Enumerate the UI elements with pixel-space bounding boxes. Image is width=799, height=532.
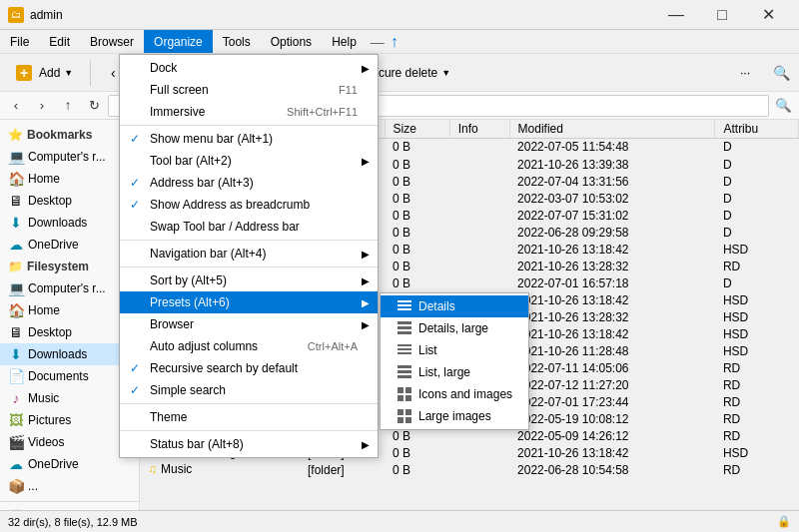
cell-attrib: D <box>715 190 799 207</box>
filesystem-label: Filesystem <box>27 260 89 273</box>
col-info[interactable]: Info <box>449 120 509 139</box>
svg-rect-20 <box>398 409 403 415</box>
addr-search-icon: 🔍 <box>775 98 792 113</box>
menu-recursivesearch[interactable]: ✓Recursive search by default <box>120 357 378 379</box>
menu-theme[interactable]: Theme <box>120 406 378 428</box>
menu-fullscreen[interactable]: Full screen F11 <box>120 79 378 101</box>
preset-details[interactable]: Details <box>381 295 528 317</box>
addr-forward-button[interactable]: › <box>30 95 54 117</box>
large-images-icon <box>397 409 412 423</box>
menu-navpanel[interactable]: ✓Navigation bar (Alt+4) ▶ <box>120 243 378 265</box>
menu-tools[interactable]: Tools <box>213 30 261 53</box>
cell-size: 0 B <box>385 461 449 478</box>
menu-swaptoolbar[interactable]: Swap Tool bar / Address bar <box>120 216 378 238</box>
col-size[interactable]: Size <box>385 120 449 139</box>
menu-browser[interactable]: Browser <box>80 30 144 53</box>
cell-size: 0 B <box>385 207 449 224</box>
menu-edit[interactable]: Edit <box>39 30 80 53</box>
menu-simplesearch[interactable]: ✓Simple search <box>120 379 378 401</box>
add-chevron: ▼ <box>64 68 73 78</box>
cell-size: 0 B <box>385 190 449 207</box>
search-button[interactable]: 🔍 <box>767 60 795 86</box>
svg-rect-10 <box>398 344 411 346</box>
close-button[interactable]: ✕ <box>745 0 791 30</box>
add-label: Add <box>39 66 60 80</box>
cell-modified: 2021-10-26 13:18:42 <box>509 291 715 308</box>
lock-icon: 🔒 <box>777 515 791 528</box>
menu-statusbar[interactable]: Status bar (Alt+8) ▶ <box>120 433 378 455</box>
menu-autoadjust[interactable]: Auto adjust columns Ctrl+Alt+A <box>120 335 378 357</box>
history-icon: 🕐 <box>8 509 24 510</box>
menu-breadcrumb[interactable]: ✓Show Address as breadcrumb <box>120 194 378 216</box>
preset-details-large[interactable]: Details, large <box>381 317 528 339</box>
menu-help[interactable]: Help <box>322 30 367 53</box>
cell-modified: 2022-06-28 10:54:58 <box>509 461 715 478</box>
sidebar-item-fs-more[interactable]: 📦 ... <box>0 475 139 497</box>
window-controls: — □ ✕ <box>653 0 791 30</box>
col-modified[interactable]: Modified <box>509 120 715 139</box>
cell-size: 0 B <box>385 156 449 173</box>
cell-modified: 2022-07-11 14:05:06 <box>509 359 715 376</box>
star-icon: ⭐ <box>8 128 23 142</box>
svg-rect-11 <box>398 348 411 350</box>
svg-rect-23 <box>405 417 411 423</box>
table-row[interactable]: ♫ Music [folder] 0 B 2022-06-28 10:54:58… <box>140 461 799 478</box>
download-icon: ⬇ <box>8 215 24 231</box>
cell-modified: 2021-10-26 13:18:42 <box>509 325 715 342</box>
minimize-button[interactable]: — <box>653 0 699 30</box>
menu-file[interactable]: File <box>0 30 39 53</box>
cell-info <box>449 173 509 190</box>
maximize-button[interactable]: □ <box>699 0 745 30</box>
preset-list[interactable]: List <box>381 339 528 361</box>
addr-back-button[interactable]: ‹ <box>4 95 28 117</box>
sidebar-item-history[interactable]: 🕐 History <box>0 506 139 510</box>
add-button[interactable]: + Add ▼ <box>4 58 82 88</box>
preset-list-large[interactable]: List, large <box>381 361 528 383</box>
cell-modified: 2022-06-28 09:29:58 <box>509 224 715 241</box>
svg-rect-9 <box>398 331 411 334</box>
toolbar-more-button[interactable]: ··· <box>731 60 759 86</box>
preset-large-images[interactable]: Large images <box>381 405 528 427</box>
cell-size: 0 B <box>385 224 449 241</box>
addr-search-button[interactable]: 🔍 <box>771 95 795 117</box>
cell-attrib: HSD <box>715 444 799 461</box>
fs-more-icon: 📦 <box>8 478 24 494</box>
menu-sep-4 <box>120 403 378 404</box>
cell-info <box>449 241 509 258</box>
cell-attrib: D <box>715 173 799 190</box>
cell-attrib: D <box>715 274 799 291</box>
addr-up-button[interactable]: ↑ <box>56 95 80 117</box>
search-icon: 🔍 <box>773 65 790 81</box>
preset-icons-images[interactable]: Icons and images <box>381 383 528 405</box>
svg-rect-16 <box>398 387 403 393</box>
menu-toolbar[interactable]: Tool bar (Alt+2) ▶ <box>120 150 378 172</box>
menu-dock[interactable]: Dock ▶ <box>120 57 378 79</box>
cell-attrib: HSD <box>715 308 799 325</box>
svg-rect-19 <box>405 395 411 401</box>
menu-organize[interactable]: Organize <box>144 30 213 53</box>
sidebar-item-label: ... <box>28 479 38 493</box>
cell-size: 0 B <box>385 241 449 258</box>
sidebar-item-label: Computer's r... <box>28 150 106 164</box>
menu-presets[interactable]: Presets (Alt+6) ▶ <box>120 291 378 313</box>
addr-refresh-button[interactable]: ↻ <box>82 95 106 117</box>
details-large-icon <box>397 321 412 335</box>
menu-addressbar[interactable]: ✓Address bar (Alt+3) <box>120 172 378 194</box>
menu-immersive[interactable]: Immersive Shift+Ctrl+F11 <box>120 101 378 123</box>
svg-text:+: + <box>20 65 28 81</box>
menu-sep-5 <box>120 430 378 431</box>
cell-attrib: D <box>715 139 799 157</box>
cell-modified: 2021-10-26 13:28:32 <box>509 308 715 325</box>
menu-browser[interactable]: Browser ▶ <box>120 313 378 335</box>
list-large-icon <box>397 365 412 379</box>
cell-modified: 2022-07-01 17:23:44 <box>509 393 715 410</box>
menu-sortby[interactable]: Sort by (Alt+5) ▶ <box>120 269 378 291</box>
fs-documents-icon: 📄 <box>8 368 24 384</box>
menu-bar: File Edit Browser Organize Tools Options… <box>0 30 799 54</box>
cell-attrib: RD <box>715 427 799 444</box>
cell-modified: 2022-07-04 13:31:56 <box>509 173 715 190</box>
title-bar: 🗂 admin — □ ✕ <box>0 0 799 30</box>
col-attrib[interactable]: Attribu <box>715 120 799 139</box>
menu-showmenubar[interactable]: ✓Show menu bar (Alt+1) <box>120 128 378 150</box>
menu-options[interactable]: Options <box>261 30 322 53</box>
